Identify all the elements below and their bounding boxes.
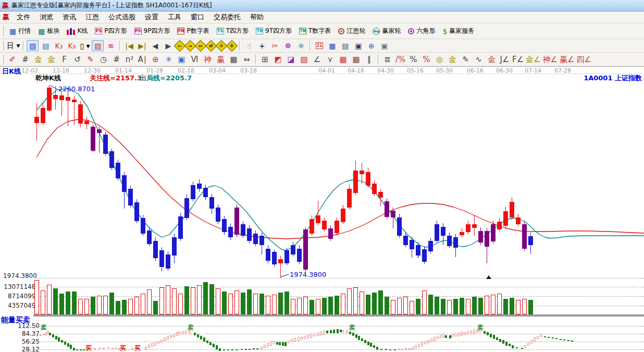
energy-mark <box>380 349 382 350</box>
volume-bar <box>91 297 95 314</box>
energy-mark <box>521 348 523 349</box>
candle-body <box>147 230 152 244</box>
energy-mark <box>49 333 51 335</box>
energy-mark <box>445 335 447 338</box>
energy-mark <box>40 335 42 336</box>
energy-mark <box>209 342 212 345</box>
energy-mark <box>200 336 202 339</box>
candle-body <box>103 135 108 154</box>
energy-mark <box>358 336 360 340</box>
volume-bar <box>410 301 414 314</box>
energy-mark <box>454 333 456 336</box>
energy-mark <box>527 343 529 346</box>
volume-bar <box>141 294 145 314</box>
energy-mark <box>83 349 85 350</box>
candle-body <box>253 234 258 244</box>
candle-body <box>478 231 483 242</box>
volume-bar <box>72 292 77 314</box>
volume-bar <box>309 300 314 314</box>
candle-body <box>34 117 39 123</box>
energy-mark <box>516 347 518 348</box>
volume-bar <box>241 293 245 314</box>
volume-bar <box>497 294 502 314</box>
energy-mark <box>157 341 159 344</box>
energy-mark <box>537 336 539 339</box>
volume-bar <box>234 290 239 314</box>
energy-mark <box>213 344 215 347</box>
energy-mark <box>534 337 536 342</box>
candle-body <box>503 211 508 226</box>
volume-bar <box>153 301 158 314</box>
energy-mark <box>98 348 101 349</box>
candle-body <box>234 208 239 235</box>
energy-mark <box>304 336 306 339</box>
volume-bar <box>435 297 439 314</box>
energy-mark <box>361 338 363 341</box>
energy-mark <box>197 334 199 337</box>
volume-bar <box>59 294 64 314</box>
energy-mark <box>373 345 375 348</box>
energy-mark <box>76 349 78 350</box>
energy-mark <box>185 331 187 334</box>
volume-bar <box>391 300 395 314</box>
energy-mark <box>412 347 414 349</box>
energy-mark <box>73 348 75 350</box>
candle-body <box>172 237 177 256</box>
energy-mark <box>115 348 117 349</box>
energy-mark <box>194 333 196 335</box>
energy-mark <box>364 340 366 343</box>
energy-mark <box>267 343 269 347</box>
candle-body <box>122 175 127 192</box>
volume-bar <box>485 296 489 314</box>
volume-bar <box>328 297 333 314</box>
energy-mark <box>370 343 372 347</box>
energy-mark <box>273 341 275 344</box>
candle-body <box>128 189 133 205</box>
energy-mark <box>571 341 573 342</box>
energy-mark <box>487 332 489 335</box>
energy-mark <box>227 349 229 350</box>
energy-mark <box>203 337 205 342</box>
candle-body <box>453 237 458 248</box>
energy-mark <box>270 342 272 346</box>
candle-body <box>209 197 214 209</box>
energy-mark <box>310 334 312 338</box>
volume-bar <box>172 288 177 314</box>
energy-mark <box>473 330 475 334</box>
energy-mark <box>55 336 57 339</box>
candle-body <box>435 224 439 241</box>
volume-bar <box>197 285 202 314</box>
volume-bar <box>453 299 458 314</box>
volume-bar <box>372 293 377 314</box>
candle-body <box>360 171 364 174</box>
volume-bar <box>216 288 220 314</box>
energy-mark <box>167 336 169 340</box>
volume-bar <box>353 287 358 314</box>
energy-mark <box>427 340 429 343</box>
energy-mark <box>544 336 546 337</box>
energy-mark <box>64 342 66 345</box>
energy-mark <box>352 333 354 336</box>
volume-bar <box>278 293 283 314</box>
energy-mark <box>389 349 391 350</box>
energy-mark <box>94 348 96 349</box>
volume-bar <box>128 299 133 314</box>
sell-signal-label: 卖 <box>188 323 194 332</box>
volume-bar <box>322 298 327 314</box>
candle-body <box>416 245 420 256</box>
volume-bar <box>385 297 389 314</box>
energy-mark <box>206 341 208 343</box>
candle-body <box>72 100 77 102</box>
energy-mark <box>264 345 266 348</box>
candle-body <box>266 249 270 261</box>
chart-area[interactable]: 12-0212-1612-3001-1401-2802-1803-0403-18… <box>0 0 644 352</box>
volume-bar <box>472 297 477 314</box>
volume-bar <box>78 299 83 314</box>
volume-bar <box>53 288 58 314</box>
energy-mark <box>148 345 150 348</box>
volume-bar <box>259 294 264 314</box>
energy-mark <box>451 334 453 337</box>
energy-mark <box>496 337 498 340</box>
candle-body <box>284 250 289 263</box>
volume-bar <box>253 294 258 314</box>
